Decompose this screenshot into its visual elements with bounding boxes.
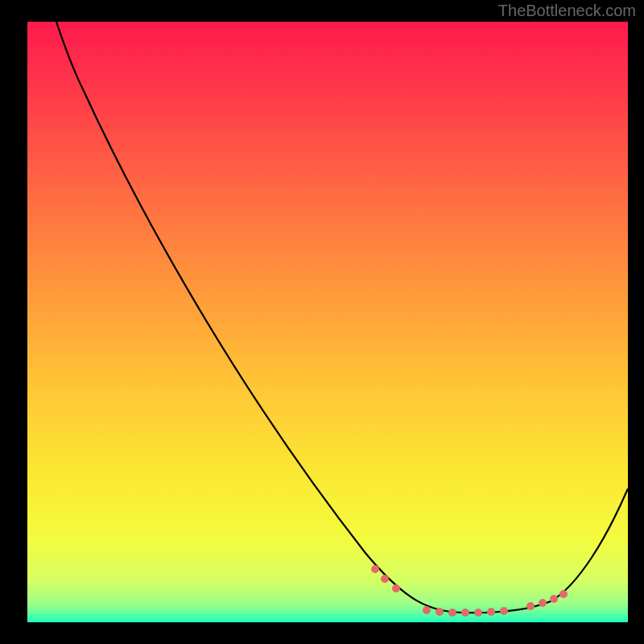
marker-dot [423, 606, 431, 614]
curve-line [56, 22, 628, 613]
bottleneck-curve [27, 22, 628, 622]
marker-dot [461, 609, 469, 617]
marker-dot [487, 608, 495, 616]
marker-dot [436, 608, 444, 616]
marker-dot [526, 602, 535, 610]
marker-dot [392, 584, 400, 592]
chart-container: TheBottleneck.com [0, 0, 644, 644]
marker-dot [559, 590, 568, 598]
marker-dot [474, 609, 482, 617]
plot-area [27, 22, 628, 622]
marker-dot [500, 607, 508, 615]
marker-dot [550, 595, 558, 603]
marker-dot [448, 609, 456, 617]
watermark: TheBottleneck.com [498, 2, 636, 20]
marker-dot [371, 565, 379, 573]
marker-dot [539, 599, 547, 607]
marker-dot [381, 575, 389, 583]
